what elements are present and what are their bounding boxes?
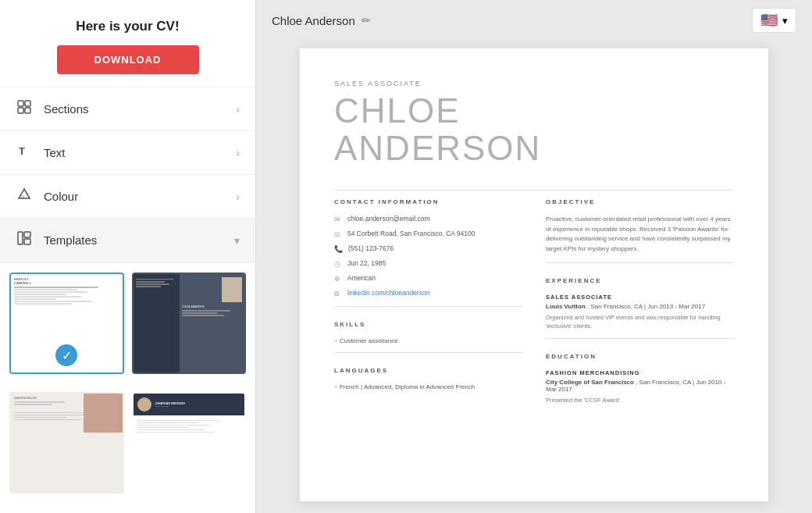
education-title: EDUCATION — [546, 353, 734, 360]
header-title: Here is your CV! — [16, 19, 240, 34]
svg-rect-8 — [24, 232, 30, 237]
contact-address: ◎ 54 Corbett Road, San Francisco, CA 941… — [334, 230, 522, 238]
exp-employer-details: , San Francisco, CA | Jun 2013 - Mar 201… — [587, 303, 705, 310]
skills-title: SKILLS — [334, 321, 522, 328]
svg-marker-5 — [19, 189, 30, 198]
linkedin-link[interactable]: linkedin.com/chloeanderson — [347, 289, 429, 297]
selected-check: ✓ — [55, 344, 77, 366]
template-card-2[interactable]: CHLOE ANDERSON — [132, 273, 247, 374]
email-text: chloe.anderson@email.com — [347, 215, 430, 223]
cv-right-col: OBJECTIVE Proactive, customer-orientated… — [546, 198, 734, 405]
cv-last-name: ANDERSON — [334, 129, 541, 167]
dob-icon: ◷ — [334, 260, 342, 268]
email-icon: ✉ — [334, 216, 342, 223]
contact-section-title: CONTACT INFORMATION — [334, 198, 522, 205]
exp-employer: Louis Vuitton , San Francisco, CA | Jun … — [546, 303, 734, 310]
sections-label: Sections — [44, 102, 236, 116]
exp-employer-name: Louis Vuitton — [546, 303, 586, 310]
contact-nationality: ⊕ American — [334, 274, 522, 283]
dob-text: Jun 22, 1985 — [347, 259, 386, 267]
objective-text: Proactive, customer-orientated retail pr… — [546, 215, 734, 255]
cv-top-divider — [334, 190, 734, 191]
address-icon: ◎ — [334, 230, 342, 238]
svg-point-6 — [21, 195, 24, 198]
template-card-1[interactable]: BENTLEYCAMPBELL ✓ — [9, 273, 124, 374]
experience-divider — [546, 338, 734, 339]
sections-icon — [16, 100, 33, 118]
skills-divider — [334, 352, 522, 353]
cv-title-text: Chloe Anderson — [272, 14, 355, 27]
edu-school: City College of San Francisco , San Fran… — [546, 379, 734, 393]
contact-dob: ◷ Jun 22, 1985 — [334, 259, 522, 268]
edit-icon[interactable]: ✏ — [361, 14, 371, 27]
templates-arrow: ▾ — [234, 234, 240, 247]
cv-two-col: CONTACT INFORMATION ✉ chloe.anderson@ema… — [334, 198, 734, 405]
exp-description: Organized and hosted VIP events and was … — [546, 313, 734, 331]
text-label: Text — [44, 146, 236, 159]
phone-icon: 📞 — [334, 245, 343, 253]
templates-icon — [16, 231, 33, 249]
colour-icon — [16, 187, 33, 205]
templates-label: Templates — [44, 233, 234, 247]
contact-email: ✉ chloe.anderson@email.com — [334, 215, 522, 223]
flag-icon: 🇺🇸 — [760, 12, 778, 29]
edu-school-name: City College of San Francisco — [546, 379, 634, 386]
menu-list: Sections › T Text › Colour › — [0, 87, 255, 263]
text-arrow: › — [236, 147, 240, 159]
cv-left-col: CONTACT INFORMATION ✉ chloe.anderson@ema… — [334, 198, 522, 405]
address-text: 54 Corbett Road, San Francisco, CA 94100 — [347, 230, 475, 237]
education-section: EDUCATION FASHION MERCHANDISING City Col… — [546, 353, 734, 404]
svg-rect-1 — [25, 101, 30, 106]
template-grid: BENTLEYCAMPBELL ✓ CHLOE AN — [0, 263, 255, 513]
lang-item-1: French | Advanced, Diploma in Advanced F… — [334, 383, 522, 390]
cv-full-name: CHLOE ANDERSON — [334, 92, 734, 168]
menu-item-sections[interactable]: Sections › — [0, 87, 255, 131]
left-panel: Here is your CV! DOWNLOAD Sections › T — [0, 0, 256, 513]
menu-item-templates[interactable]: Templates ▾ — [0, 219, 255, 262]
objective-section-title: OBJECTIVE — [546, 198, 734, 205]
sections-arrow: › — [236, 103, 240, 116]
cv-document: SALES ASSOCIATE CHLOE ANDERSON CONTACT I… — [300, 48, 768, 501]
menu-item-colour[interactable]: Colour › — [0, 175, 255, 219]
exp-job-title: SALES ASSOCIATE — [546, 294, 734, 301]
cv-first-name: CHLOE — [334, 91, 461, 130]
svg-rect-2 — [18, 108, 23, 113]
right-panel: Chloe Anderson ✏ 🇺🇸 ▾ SALES ASSOCIATE CH… — [256, 0, 812, 513]
edu-description: Presented the 'CCSF Award'. — [546, 396, 734, 404]
linkedin-icon: ⧉ — [334, 290, 342, 298]
colour-arrow: › — [236, 191, 240, 203]
cv-scroll-area: SALES ASSOCIATE CHLOE ANDERSON CONTACT I… — [256, 41, 812, 513]
svg-rect-7 — [18, 232, 23, 244]
text-icon: T — [16, 144, 33, 162]
skills-section: SKILLS Customer assistance — [334, 321, 522, 344]
experience-title: EXPERIENCE — [546, 277, 734, 284]
left-header: Here is your CV! DOWNLOAD — [0, 0, 255, 87]
skill-item-1: Customer assistance — [334, 337, 522, 344]
cv-name-section: SALES ASSOCIATE CHLOE ANDERSON — [334, 80, 734, 168]
svg-rect-3 — [25, 108, 30, 113]
objective-divider — [546, 262, 734, 263]
lang-dropdown-arrow: ▾ — [782, 15, 788, 27]
experience-section: EXPERIENCE SALES ASSOCIATE Louis Vuitton… — [546, 277, 734, 331]
svg-text:T: T — [19, 145, 25, 157]
colour-label: Colour — [44, 190, 236, 203]
template-card-4[interactable]: JONATHAN IVERSSON Sales Associate — [132, 392, 247, 493]
cv-topbar: Chloe Anderson ✏ 🇺🇸 ▾ — [256, 0, 812, 41]
download-button[interactable]: DOWNLOAD — [57, 45, 199, 74]
cv-job-title: SALES ASSOCIATE — [334, 80, 734, 87]
cv-title-area: Chloe Anderson ✏ — [272, 14, 371, 27]
svg-rect-0 — [18, 101, 23, 106]
template-card-3[interactable]: SANDRA MILLER — [9, 392, 124, 493]
contact-divider — [334, 306, 522, 307]
edu-degree: FASHION MERCHANDISING — [546, 369, 734, 376]
phone-text: (551) 123-7676 — [348, 244, 394, 252]
language-selector[interactable]: 🇺🇸 ▾ — [752, 8, 796, 33]
contact-phone: 📞 (551) 123-7676 — [334, 244, 522, 253]
nationality-text: American — [347, 274, 376, 282]
menu-item-text[interactable]: T Text › — [0, 131, 255, 175]
nationality-icon: ⊕ — [334, 275, 342, 283]
svg-rect-9 — [24, 239, 30, 244]
contact-linkedin: ⧉ linkedin.com/chloeanderson — [334, 289, 522, 298]
languages-title: LANGUAGES — [334, 367, 522, 374]
languages-section: LANGUAGES French | Advanced, Diploma in … — [334, 367, 522, 390]
